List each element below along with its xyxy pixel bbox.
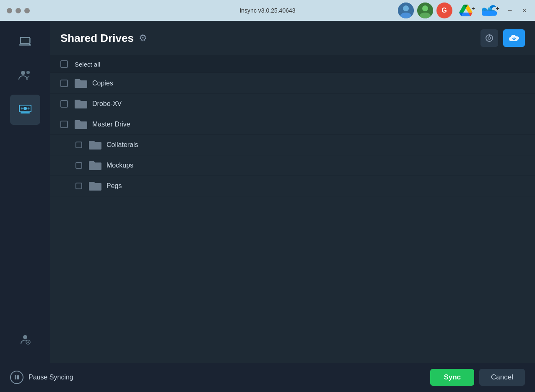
minimize-traffic-light[interactable] <box>16 8 21 13</box>
page-title: Shared Drives <box>60 32 134 45</box>
svg-rect-26 <box>15 375 16 379</box>
folder-icon-drobo-xv <box>75 99 87 109</box>
item-name-copies: Copies <box>92 80 113 87</box>
checkbox-copies[interactable] <box>60 80 68 87</box>
settings-gear-icon[interactable]: ⚙ <box>139 33 147 44</box>
sidebar-item-shared-drives[interactable] <box>10 95 40 125</box>
account-avatars: G <box>398 3 452 18</box>
cancel-button[interactable]: Cancel <box>479 369 525 386</box>
account-avatar-3[interactable]: G <box>436 3 452 18</box>
close-traffic-light[interactable] <box>7 8 12 13</box>
file-list: Select all Copies <box>50 55 535 363</box>
checkbox-collaterals[interactable] <box>75 142 82 148</box>
close-button[interactable]: × <box>520 5 528 17</box>
content-header: Shared Drives ⚙ <box>50 21 535 55</box>
sidebar-item-drive[interactable] <box>10 28 40 58</box>
footer: Pause Syncing Sync Cancel <box>0 363 535 392</box>
svg-point-16 <box>23 107 27 110</box>
add-onedrive-plus: + <box>496 5 499 12</box>
select-all-checkbox[interactable] <box>60 60 68 68</box>
file-row-master-drive[interactable]: Master Drive <box>50 114 535 135</box>
folder-icon-mockups <box>89 160 101 170</box>
item-name-drobo-xv: Drobo-XV <box>92 100 122 108</box>
svg-rect-19 <box>21 112 30 113</box>
main-layout: Shared Drives ⚙ <box>0 21 535 363</box>
add-gdrive-plus: + <box>472 5 475 12</box>
item-name-collaterals: Collaterals <box>106 141 138 149</box>
footer-buttons: Sync Cancel <box>430 369 525 386</box>
svg-point-4 <box>422 5 428 11</box>
cloud-sync-button[interactable] <box>503 29 525 47</box>
drive-icon <box>18 35 32 51</box>
checkbox-pegs[interactable] <box>75 183 82 189</box>
folder-icon-pegs <box>89 181 101 191</box>
settings-user-icon <box>19 333 31 349</box>
sidebar-item-settings[interactable] <box>10 326 40 356</box>
add-onedrive-button[interactable]: + <box>482 5 499 16</box>
svg-rect-7 <box>482 11 497 16</box>
svg-point-25 <box>488 37 491 39</box>
sidebar-item-people[interactable] <box>10 61 40 91</box>
account-avatar-1[interactable] <box>398 3 414 18</box>
svg-point-13 <box>26 71 30 74</box>
svg-point-12 <box>21 71 25 75</box>
item-name-master-drive: Master Drive <box>92 121 130 128</box>
item-name-mockups: Mockups <box>106 162 133 169</box>
select-all-row[interactable]: Select all <box>50 55 535 73</box>
minimize-button[interactable]: − <box>506 5 514 17</box>
svg-point-17 <box>21 107 23 109</box>
item-name-pegs: Pegs <box>106 182 122 190</box>
folder-icon-collaterals <box>89 140 101 150</box>
sync-button[interactable]: Sync <box>430 369 474 386</box>
content-area: Shared Drives ⚙ <box>50 21 535 363</box>
checkbox-mockups[interactable] <box>75 162 82 169</box>
svg-point-20 <box>23 335 27 339</box>
app-title: Insync v3.0.25.40643 <box>239 7 295 14</box>
svg-point-1 <box>403 5 409 11</box>
folder-icon-copies <box>75 78 87 88</box>
pause-icon <box>10 371 23 384</box>
checkbox-master-drive[interactable] <box>60 121 68 128</box>
maximize-traffic-light[interactable] <box>24 8 30 13</box>
refresh-button[interactable] <box>480 29 498 47</box>
svg-rect-27 <box>17 375 19 379</box>
file-row-copies[interactable]: Copies <box>50 73 535 94</box>
svg-point-18 <box>28 107 30 109</box>
svg-point-11 <box>29 44 30 45</box>
pause-syncing-label: Pause Syncing <box>29 374 73 381</box>
add-google-drive-button[interactable]: + <box>459 5 475 16</box>
file-row-mockups[interactable]: Mockups <box>50 155 535 176</box>
header-left: Shared Drives ⚙ <box>60 32 147 45</box>
folder-icon-master-drive <box>75 119 87 129</box>
header-right <box>480 29 525 47</box>
account-avatar-2[interactable] <box>417 3 433 18</box>
title-bar-right-section: G + + − × <box>398 3 528 18</box>
title-bar: Insync v3.0.25.40643 G <box>0 0 535 21</box>
select-all-label: Select all <box>75 61 100 68</box>
window-controls <box>7 8 30 13</box>
people-icon <box>18 69 32 84</box>
file-row-drobo-xv[interactable]: Drobo-XV <box>50 94 535 114</box>
sidebar <box>0 21 50 363</box>
shared-drives-icon <box>18 101 32 119</box>
svg-rect-9 <box>21 38 29 43</box>
file-row-pegs[interactable]: Pegs <box>50 176 535 196</box>
pause-syncing-button[interactable]: Pause Syncing <box>10 371 73 384</box>
checkbox-drobo-xv[interactable] <box>60 100 68 108</box>
file-row-collaterals[interactable]: Collaterals <box>50 135 535 155</box>
